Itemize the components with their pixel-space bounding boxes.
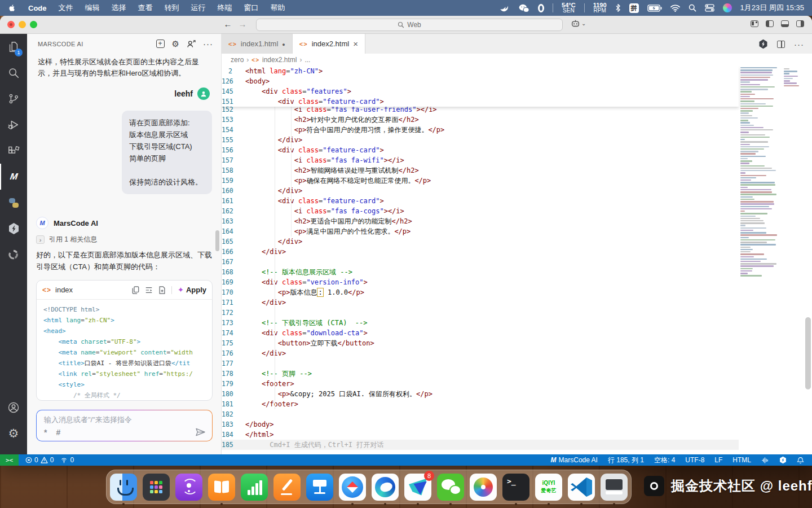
menubar-clock[interactable]: 1月23日 周四 15:35	[740, 3, 804, 13]
line-number[interactable]: 170	[222, 287, 245, 297]
activity-run-debug[interactable]	[0, 112, 27, 138]
keynote-icon[interactable]	[306, 474, 333, 501]
dock-app-edge[interactable]	[372, 474, 399, 501]
line-number[interactable]: 178	[222, 369, 245, 379]
menu-item-0[interactable]: 文件	[59, 3, 73, 13]
code-line-158[interactable]: 158 <h2>智能网络错误处理与重试机制</h2>	[222, 165, 739, 176]
line-number[interactable]: 174	[222, 328, 245, 338]
spotlight-search-icon[interactable]	[689, 4, 696, 12]
code-line-156[interactable]: 156 <div class="feature-card">	[222, 145, 739, 155]
activity-extensions[interactable]	[0, 138, 27, 164]
bird-icon[interactable]	[500, 3, 510, 12]
code-line-175[interactable]: 175 <button>立即下载</button>	[222, 338, 739, 348]
code-line-173[interactable]: 173 <!-- 下载引导区域 (CTA) -->	[222, 318, 739, 328]
wechat-icon[interactable]	[437, 474, 464, 501]
numbers-icon[interactable]	[241, 474, 268, 501]
battery-icon[interactable]	[647, 5, 662, 12]
menu-item-2[interactable]: 选择	[112, 3, 126, 13]
menu-item-6[interactable]: 终端	[218, 3, 232, 13]
code-line-162[interactable]: 162 <i class="fas fa-cogs"></i>	[222, 206, 739, 216]
edge-icon[interactable]	[372, 474, 399, 501]
marscode-status[interactable]: MMarsCode AI	[551, 456, 598, 464]
dock-app-mail[interactable]: 8	[404, 474, 431, 501]
code-line-178[interactable]: 178 <!-- 页脚 -->	[222, 369, 739, 379]
line-number[interactable]: 164	[222, 226, 245, 237]
dock-app-numbers[interactable]	[241, 474, 268, 501]
line-number[interactable]: 176	[222, 348, 245, 358]
books-icon[interactable]	[208, 474, 235, 501]
code-line-161[interactable]: 161 <div class="feature-card">	[222, 196, 739, 206]
line-number[interactable]: 145	[222, 86, 245, 97]
activity-marscode[interactable]: M	[0, 164, 27, 190]
activity-hex-extension[interactable]	[0, 216, 27, 242]
temperature-widget[interactable]: 54°C SEN	[562, 2, 576, 14]
line-number[interactable]: 183	[222, 419, 245, 430]
bluetooth-icon[interactable]	[615, 3, 621, 12]
dock-app-screenshot[interactable]	[601, 474, 628, 501]
code-line-167[interactable]: 167	[222, 257, 739, 267]
photos-icon[interactable]	[470, 474, 497, 501]
line-number[interactable]: 167	[222, 257, 245, 267]
code-line-159[interactable]: 159 <p>确保在网络不稳定时也能正常使用。</p>	[222, 176, 739, 186]
problems-status[interactable]: 0 0	[25, 456, 54, 464]
editor-more-actions-icon[interactable]: ···	[794, 40, 804, 49]
line-number[interactable]: 162	[222, 206, 245, 216]
toggle-panel-icon[interactable]	[781, 20, 789, 27]
code-line-165[interactable]: 165 </div>	[222, 237, 739, 247]
indentation-status[interactable]: 空格: 4	[654, 456, 675, 465]
code-line-170[interactable]: 170 <p>版本信息: 1.0.0</p>	[222, 287, 739, 297]
line-number[interactable]: 165	[222, 237, 245, 247]
code-line-168[interactable]: 168 <!-- 版本信息展示区域 -->	[222, 267, 739, 277]
control-center-icon[interactable]	[705, 4, 714, 12]
line-number[interactable]: 166	[222, 247, 245, 257]
modified-dot-icon[interactable]	[282, 40, 285, 48]
code-line-2[interactable]: 2 <html lang="zh-CN">	[222, 66, 739, 76]
dock-app-pages[interactable]	[273, 474, 301, 501]
dock-app-wechat[interactable]	[437, 474, 464, 501]
hexagon-status-icon[interactable]	[779, 456, 787, 464]
code-line-171[interactable]: 171 </div>	[222, 297, 739, 308]
line-number[interactable]: 161	[222, 196, 245, 206]
insert-code-icon[interactable]	[145, 286, 153, 294]
wifi-icon[interactable]	[670, 5, 680, 12]
launchpad-icon[interactable]	[143, 474, 170, 501]
activity-settings[interactable]: ⚙	[0, 421, 27, 446]
breadcrumb-symbol[interactable]: ...	[304, 56, 310, 64]
dock-app-books[interactable]	[208, 474, 235, 501]
voice-icon[interactable]	[761, 457, 769, 464]
line-number[interactable]: 158	[222, 165, 245, 176]
activity-source-control[interactable]	[0, 86, 27, 112]
input-method-icon[interactable]: 拼	[629, 3, 639, 13]
bell-icon[interactable]	[797, 457, 804, 464]
code-line-180[interactable]: 180 <p>&copy; 2025 口袋AI. 保留所有权利。</p>	[222, 389, 739, 399]
line-number[interactable]: 177	[222, 358, 245, 369]
toggle-primary-sidebar-icon[interactable]	[766, 20, 774, 27]
line-number[interactable]: 179	[222, 379, 245, 389]
context-hash-icon[interactable]: #	[56, 428, 60, 437]
oval-app-icon[interactable]	[538, 4, 544, 12]
activity-python[interactable]	[0, 190, 27, 216]
breadcrumb-folder[interactable]: zero	[231, 56, 244, 64]
siri-icon[interactable]	[723, 3, 732, 12]
new-chat-icon[interactable]: +	[156, 40, 165, 48]
tab-index2.html[interactable]: <> index2.html	[293, 34, 365, 54]
safari-icon[interactable]	[339, 474, 366, 501]
menu-item-1[interactable]: 编辑	[85, 3, 100, 13]
command-center-search[interactable]: Web	[256, 19, 563, 31]
dock-app-finder[interactable]	[110, 474, 137, 501]
terminal-icon[interactable]	[502, 474, 529, 501]
sidebar-settings-gear-icon[interactable]: ⚙	[172, 39, 179, 49]
code-line-185[interactable]: 185 Cmd+I 生成代码，Ctrl+I 打开对话	[222, 440, 739, 450]
dock-app-iqiyi[interactable]: iQIYI爱奇艺	[535, 474, 562, 501]
line-number[interactable]: 169	[222, 277, 245, 287]
toggle-secondary-sidebar-icon[interactable]	[796, 20, 804, 27]
code-line-183[interactable]: 183 </body>	[222, 419, 739, 430]
activity-search[interactable]	[0, 60, 27, 86]
dock-app-podcasts[interactable]	[175, 474, 202, 501]
ports-status[interactable]: 0	[60, 456, 74, 464]
line-number[interactable]: 175	[222, 338, 245, 348]
line-number[interactable]: 156	[222, 145, 245, 155]
pages-icon[interactable]	[273, 474, 301, 501]
line-number[interactable]: 2	[222, 66, 245, 76]
minimap[interactable]	[740, 67, 804, 278]
